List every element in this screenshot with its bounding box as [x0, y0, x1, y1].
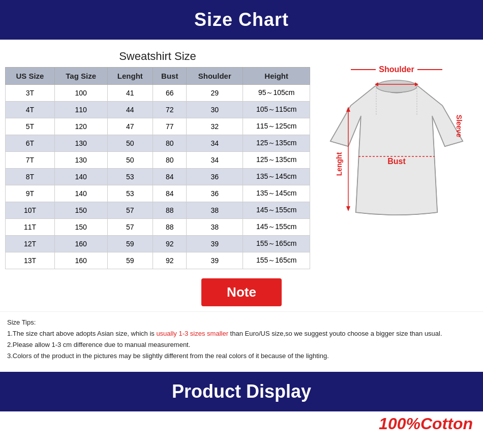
- table-cell: 8T: [6, 169, 55, 185]
- table-cell: 5T: [6, 118, 55, 135]
- table-cell: 72: [153, 102, 187, 118]
- table-cell: 155～165cm: [243, 236, 310, 252]
- table-cell: 140: [54, 169, 107, 185]
- table-cell: 92: [153, 236, 187, 252]
- col-us-size: US Size: [6, 68, 55, 85]
- note-button[interactable]: Note: [201, 278, 282, 306]
- table-row: 9T140538436135～145cm: [6, 185, 310, 202]
- table-row: 13T160599239155～165cm: [6, 252, 310, 269]
- svg-text:Lenght: Lenght: [335, 152, 343, 176]
- table-row: 3T10041662995～105cm: [6, 85, 310, 102]
- table-cell: 84: [153, 169, 187, 185]
- diagram-section: Shoulder: [315, 45, 478, 269]
- table-cell: 11T: [6, 219, 55, 236]
- svg-point-0: [376, 80, 417, 92]
- table-cell: 12T: [6, 236, 55, 252]
- table-cell: 34: [187, 152, 243, 169]
- table-cell: 3T: [6, 85, 55, 102]
- table-cell: 38: [187, 219, 243, 236]
- table-cell: 7T: [6, 152, 55, 169]
- table-cell: 140: [54, 185, 107, 202]
- table-cell: 100: [54, 85, 107, 102]
- shoulder-label: Shoulder: [376, 65, 417, 74]
- table-row: 11T150578838145～155cm: [6, 219, 310, 236]
- table-cell: 13T: [6, 252, 55, 269]
- tips-line3: 3.Colors of the product in the pictures …: [7, 350, 476, 362]
- table-cell: 160: [54, 236, 107, 252]
- sweatshirt-title: Sweatshirt Size: [5, 50, 310, 63]
- table-cell: 50: [107, 152, 153, 169]
- table-cell: 9T: [6, 185, 55, 202]
- table-section: Sweatshirt Size US Size Tag Size Lenght …: [5, 45, 315, 269]
- table-cell: 145～155cm: [243, 202, 310, 219]
- table-cell: 10T: [6, 202, 55, 219]
- svg-text:Sleeve: Sleeve: [455, 115, 463, 138]
- header-banner: Size Chart: [0, 0, 483, 40]
- table-cell: 80: [153, 152, 187, 169]
- table-cell: 130: [54, 135, 107, 152]
- table-cell: 41: [107, 85, 153, 102]
- table-cell: 36: [187, 169, 243, 185]
- tips-line1-highlight: usually 1-3 sizes smaller: [156, 330, 228, 337]
- table-cell: 66: [153, 85, 187, 102]
- table-cell: 50: [107, 135, 153, 152]
- table-cell: 32: [187, 118, 243, 135]
- table-cell: 120: [54, 118, 107, 135]
- table-cell: 44: [107, 102, 153, 118]
- svg-text:Bust: Bust: [387, 157, 406, 166]
- table-cell: 39: [187, 236, 243, 252]
- table-cell: 115～125cm: [243, 118, 310, 135]
- table-row: 12T160599239155～165cm: [6, 236, 310, 252]
- sweatshirt-svg: Bust Lenght Sleeve: [320, 75, 473, 233]
- col-height: Height: [243, 68, 310, 85]
- col-tag-size: Tag Size: [54, 68, 107, 85]
- table-cell: 34: [187, 135, 243, 152]
- table-row: 7T130508034125～135cm: [6, 152, 310, 169]
- table-header-row: US Size Tag Size Lenght Bust Shoulder He…: [6, 68, 310, 85]
- table-cell: 38: [187, 202, 243, 219]
- table-cell: 150: [54, 219, 107, 236]
- size-table-body: 3T10041662995～105cm4T110447230105～115cm5…: [6, 85, 310, 269]
- note-section: Note: [0, 278, 483, 306]
- table-cell: 88: [153, 219, 187, 236]
- table-cell: 59: [107, 236, 153, 252]
- size-tips: Size Tips: 1.The size chart above adopts…: [0, 311, 483, 367]
- table-cell: 53: [107, 169, 153, 185]
- table-cell: 105～115cm: [243, 102, 310, 118]
- table-row: 5T120477732115～125cm: [6, 118, 310, 135]
- table-row: 4T110447230105～115cm: [6, 102, 310, 118]
- table-cell: 145～155cm: [243, 219, 310, 236]
- table-row: 6T130508034125～135cm: [6, 135, 310, 152]
- table-cell: 135～145cm: [243, 169, 310, 185]
- table-cell: 6T: [6, 135, 55, 152]
- table-cell: 130: [54, 152, 107, 169]
- cotton-text: 100%Cotton: [379, 414, 473, 433]
- cotton-label: 100%Cotton: [0, 411, 483, 436]
- sweatshirt-diagram-container: Shoulder: [320, 60, 473, 228]
- table-cell: 30: [187, 102, 243, 118]
- table-cell: 77: [153, 118, 187, 135]
- svg-marker-5: [346, 206, 350, 211]
- table-cell: 59: [107, 252, 153, 269]
- table-cell: 160: [54, 252, 107, 269]
- table-cell: 88: [153, 202, 187, 219]
- header-title: Size Chart: [194, 9, 289, 30]
- table-row: 10T150578838145～155cm: [6, 202, 310, 219]
- table-cell: 110: [54, 102, 107, 118]
- tips-line2: 2.Please allow 1-3 cm difference due to …: [7, 339, 476, 350]
- tips-title: Size Tips:: [7, 317, 476, 328]
- footer-title: Product Display: [172, 381, 311, 402]
- table-cell: 53: [107, 185, 153, 202]
- tips-line1: 1.The size chart above adopts Asian size…: [7, 328, 476, 339]
- table-cell: 150: [54, 202, 107, 219]
- size-table: US Size Tag Size Lenght Bust Shoulder He…: [5, 67, 310, 269]
- table-cell: 95～105cm: [243, 85, 310, 102]
- shoulder-label-area: Shoulder: [351, 65, 442, 74]
- table-cell: 29: [187, 85, 243, 102]
- col-lenght: Lenght: [107, 68, 153, 85]
- table-cell: 39: [187, 252, 243, 269]
- table-cell: 135～145cm: [243, 185, 310, 202]
- table-cell: 47: [107, 118, 153, 135]
- table-cell: 84: [153, 185, 187, 202]
- table-cell: 155～165cm: [243, 252, 310, 269]
